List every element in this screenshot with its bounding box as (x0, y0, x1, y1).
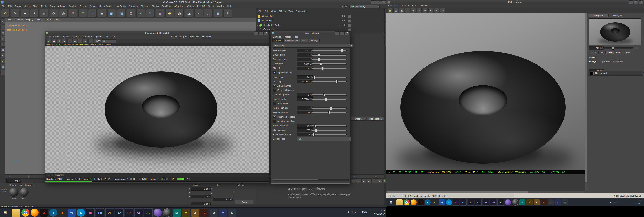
octane-icon[interactable] (163, 208, 172, 217)
language-indicator[interactable]: ENG (362, 211, 367, 214)
menu-item[interactable]: X-Particles (172, 5, 186, 8)
stop-icon[interactable]: ■ (422, 8, 428, 13)
object-row[interactable]: OctaneSky (257, 19, 384, 23)
prev-frame-icon[interactable]: ◀ (356, 179, 361, 183)
panel-tab[interactable]: Stereo (623, 51, 632, 54)
live-viewer-menu-item[interactable]: Compare (82, 35, 93, 38)
fullscreen-icon[interactable]: ▱ (405, 8, 410, 13)
spline-pen-icon[interactable]: ✎ (146, 9, 154, 18)
octane-menu-item[interactable]: Presets (282, 35, 292, 38)
key-icon[interactable]: ◆ (377, 179, 382, 183)
viewport-menu-item[interactable]: Filter (45, 18, 52, 21)
open-icon[interactable]: ▤ (388, 8, 392, 13)
firefox-icon[interactable] (410, 199, 416, 205)
picture-viewer-menu-item[interactable]: Edit (393, 4, 400, 7)
octane-power-icon[interactable]: ● (46, 39, 51, 43)
opacity-channel-button[interactable]: Opacity (351, 117, 366, 121)
filter-size-slider[interactable] (312, 68, 346, 69)
minimize-button[interactable]: — (629, 0, 633, 4)
after-effects-icon[interactable]: Ae (134, 208, 143, 217)
zbrush-icon[interactable]: Z (191, 209, 199, 217)
panel-tab[interactable]: Filter (614, 51, 622, 54)
object-manager-menu-item[interactable]: Bookmarks (294, 10, 308, 13)
goto-start-icon[interactable]: |◀ (351, 179, 356, 183)
substance-icon[interactable]: S (200, 209, 208, 217)
viewport-menu-item[interactable]: Options (34, 18, 45, 21)
network-icon[interactable]: ⣷ (614, 201, 615, 203)
gi-clamp-field[interactable]: 401.5813 (297, 80, 313, 83)
menu-item[interactable]: Edit (7, 5, 14, 8)
octane-settings-tab[interactable]: Settings (309, 39, 320, 42)
zbrush-icon[interactable]: Z (534, 199, 540, 205)
record-icon[interactable]: ● (372, 179, 377, 183)
coord-system-icon[interactable]: ◉ (98, 9, 106, 18)
render-picture-viewer-icon[interactable]: ◫ (117, 9, 126, 18)
coherent-ratio-slider[interactable] (312, 99, 346, 100)
layout-dropdown[interactable]: Standard (User) (349, 5, 380, 8)
menu-item[interactable]: Window (215, 5, 226, 8)
chrome-icon[interactable] (404, 199, 410, 205)
gi-clamp-slider[interactable] (312, 81, 346, 82)
notepad-icon[interactable]: N (562, 199, 568, 205)
material-menu-item[interactable]: Create (8, 184, 17, 187)
lightroom-icon[interactable]: Lr (475, 199, 482, 206)
dock-tab-handle[interactable] (384, 9, 386, 21)
redo-icon[interactable]: ↷ (11, 9, 19, 18)
object-row[interactable]: OctaneLight (257, 14, 384, 18)
goto-end-icon[interactable]: ▶| (367, 179, 372, 183)
magnet-tool-icon[interactable]: ◡ (0, 70, 5, 75)
picture-viewer-menu-item[interactable]: Compare (407, 4, 418, 7)
play-icon[interactable]: ▶ (52, 39, 56, 43)
live-viewer-menu-item[interactable]: Help (103, 35, 110, 38)
z-axis-lock-icon[interactable]: Z (88, 9, 96, 18)
workplane-icon[interactable]: ▦ (214, 9, 222, 18)
skype-icon[interactable]: S (446, 199, 452, 205)
pause-icon[interactable]: ‖ (417, 8, 422, 13)
camera-icon[interactable]: ◎ (175, 9, 184, 18)
navigator-tab[interactable]: Histogram (608, 14, 627, 17)
octane-settings-titlebar[interactable]: Octane Settings — ❐ ✕ (271, 31, 350, 35)
opera-icon[interactable]: O (418, 199, 424, 205)
save-icon[interactable]: ◫ (394, 8, 398, 13)
keep-environment-checkbox[interactable]: ✓ (273, 89, 276, 92)
panel-tab[interactable]: Info (599, 51, 606, 54)
object-name[interactable]: OctaneSky (262, 19, 272, 22)
volume-icon[interactable]: ♪ (355, 211, 356, 213)
visibility-dot[interactable] (344, 24, 345, 26)
scrollbar-thumb[interactable] (274, 179, 318, 180)
visibility-dot[interactable] (344, 15, 345, 17)
maximize-button[interactable]: ❐ (376, 0, 381, 4)
viewport-menu-item[interactable]: Cameras (14, 18, 25, 21)
menu-item[interactable]: Redshift (196, 5, 207, 8)
diffuse-depth-slider[interactable] (312, 54, 346, 56)
y-axis-lock-icon[interactable]: Y (78, 9, 87, 18)
octane-settings-tab[interactable]: Post (301, 39, 308, 42)
light-icon[interactable]: ☀ (166, 9, 174, 18)
menu-item[interactable]: Octane (186, 5, 196, 8)
grid-tool-icon[interactable]: ▦ (0, 64, 5, 69)
word-icon[interactable]: W (439, 199, 445, 205)
play-icon[interactable]: ▶ (362, 179, 366, 183)
live-viewer-titlebar[interactable]: Live Viewer 3.08-Test6.0 — ❐ ✕ (45, 31, 269, 35)
picture-viewer-menu-item[interactable]: Animation (418, 4, 431, 7)
group-pixels-dropdown[interactable]: 2x2 (297, 137, 351, 141)
move-icon[interactable]: + (30, 9, 39, 18)
menu-item[interactable]: Tools (32, 5, 40, 8)
live-viewer-menu-item[interactable]: Options (93, 35, 103, 38)
volume-icon[interactable]: ♪ (616, 201, 618, 203)
notepad-icon[interactable]: N (228, 209, 236, 217)
layer-row[interactable]: Background (588, 71, 644, 76)
object-manager-menu-item[interactable]: Tags (287, 10, 294, 13)
scale-icon[interactable]: ▱ (40, 9, 48, 18)
lock-resolution-icon[interactable]: ▣ (73, 39, 77, 43)
viewport-menu-item[interactable]: View (6, 18, 14, 21)
alpha-shadows-checkbox[interactable]: ✓ (273, 71, 276, 74)
size-x-field[interactable]: 0 cm (213, 198, 233, 201)
layer-name[interactable]: Background (595, 72, 606, 74)
premiere-icon[interactable]: Pr (482, 199, 489, 206)
menu-item[interactable]: Animate (56, 5, 67, 8)
camera-icon[interactable]: ◎ (88, 39, 93, 43)
parallel-samples-field[interactable]: 8. (297, 106, 313, 110)
scrollbar-thumb[interactable] (585, 13, 587, 182)
snap-icon[interactable]: ◡ (204, 9, 212, 18)
